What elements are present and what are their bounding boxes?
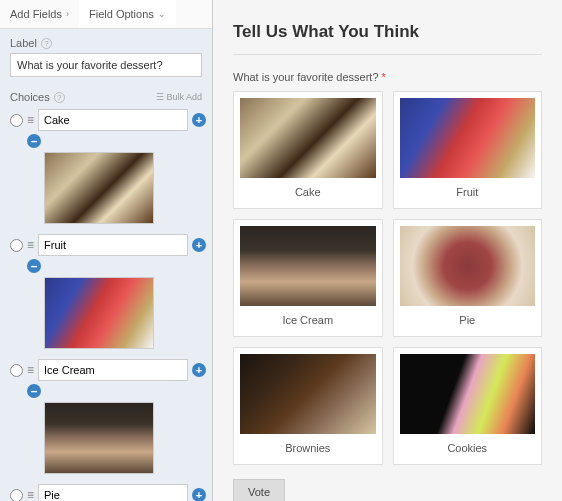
choices-header: Choices ? ☰ Bulk Add: [0, 85, 212, 107]
choices-heading: Choices: [10, 91, 50, 103]
remove-choice-button[interactable]: –: [27, 134, 41, 148]
radio-default[interactable]: [10, 489, 23, 502]
option-image: [240, 354, 376, 434]
tab-add-fields[interactable]: Add Fields ›: [0, 0, 79, 28]
option-label: Cake: [240, 184, 376, 202]
drag-handle-icon[interactable]: ≡: [27, 363, 34, 377]
add-choice-button[interactable]: +: [192, 488, 206, 501]
radio-default[interactable]: [10, 364, 23, 377]
option-label: Cookies: [400, 440, 536, 458]
choice-list: ≡+–≡+–≡+–≡+–≡+–: [0, 107, 212, 501]
tab-field-options[interactable]: Field Options ⌄: [79, 0, 176, 28]
option-card[interactable]: Cookies: [393, 347, 543, 465]
option-image: [400, 226, 536, 306]
list-icon: ☰: [156, 92, 164, 102]
option-card[interactable]: Pie: [393, 219, 543, 337]
option-card[interactable]: Ice Cream: [233, 219, 383, 337]
option-image: [240, 226, 376, 306]
add-choice-button[interactable]: +: [192, 238, 206, 252]
help-icon[interactable]: ?: [41, 38, 52, 49]
tab-label: Add Fields: [10, 8, 62, 20]
choice-input[interactable]: [38, 484, 188, 501]
required-mark: *: [382, 71, 386, 83]
choice-image[interactable]: [44, 402, 154, 474]
option-image: [400, 98, 536, 178]
label-heading: Label: [10, 37, 37, 49]
choice-row: ≡+–: [0, 482, 212, 501]
add-choice-button[interactable]: +: [192, 113, 206, 127]
choice-image[interactable]: [44, 152, 154, 224]
builder-sidebar: Add Fields › Field Options ⌄ Label ? Cho…: [0, 0, 213, 501]
drag-handle-icon[interactable]: ≡: [27, 113, 34, 127]
question-label: What is your favorite dessert? *: [233, 71, 542, 83]
chevron-right-icon: ›: [66, 9, 69, 19]
option-image: [400, 354, 536, 434]
option-card[interactable]: Brownies: [233, 347, 383, 465]
choice-row: ≡+–: [0, 232, 212, 357]
sidebar-tabs: Add Fields › Field Options ⌄: [0, 0, 212, 29]
help-icon[interactable]: ?: [54, 92, 65, 103]
submit-button[interactable]: Vote: [233, 479, 285, 501]
option-label: Fruit: [400, 184, 536, 202]
radio-default[interactable]: [10, 114, 23, 127]
option-image: [240, 98, 376, 178]
bulk-add-link[interactable]: ☰ Bulk Add: [156, 92, 202, 102]
remove-choice-button[interactable]: –: [27, 384, 41, 398]
form-preview: Tell Us What You Think What is your favo…: [213, 0, 562, 501]
add-choice-button[interactable]: +: [192, 363, 206, 377]
choice-input[interactable]: [38, 109, 188, 131]
choice-input[interactable]: [38, 359, 188, 381]
tab-label: Field Options: [89, 8, 154, 20]
options-grid: CakeFruitIce CreamPieBrowniesCookies: [233, 91, 542, 465]
choice-input[interactable]: [38, 234, 188, 256]
option-label: Brownies: [240, 440, 376, 458]
label-section: Label ?: [0, 29, 212, 85]
option-label: Ice Cream: [240, 312, 376, 330]
radio-default[interactable]: [10, 239, 23, 252]
choice-row: ≡+–: [0, 357, 212, 482]
option-label: Pie: [400, 312, 536, 330]
field-label-input[interactable]: [10, 53, 202, 77]
drag-handle-icon[interactable]: ≡: [27, 488, 34, 501]
chevron-down-icon: ⌄: [158, 9, 166, 19]
form-title: Tell Us What You Think: [233, 22, 542, 55]
option-card[interactable]: Cake: [233, 91, 383, 209]
option-card[interactable]: Fruit: [393, 91, 543, 209]
drag-handle-icon[interactable]: ≡: [27, 238, 34, 252]
remove-choice-button[interactable]: –: [27, 259, 41, 273]
choice-row: ≡+–: [0, 107, 212, 232]
choice-image[interactable]: [44, 277, 154, 349]
